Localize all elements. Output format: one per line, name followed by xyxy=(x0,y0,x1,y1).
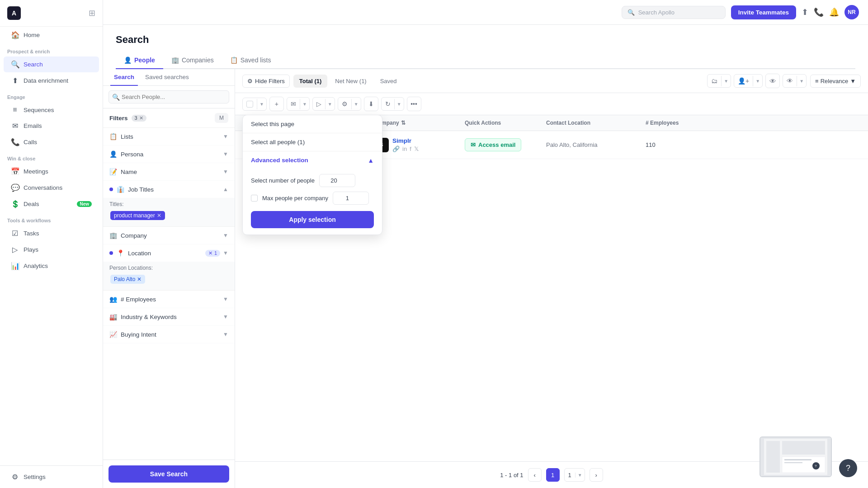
tab-saved-lists[interactable]: 📋 Saved lists xyxy=(222,52,279,69)
user-avatar[interactable]: NR xyxy=(844,5,859,19)
filters-clear-icon[interactable]: ✕ xyxy=(139,115,143,121)
phone-icon[interactable]: 📞 xyxy=(814,7,824,17)
eye-view-icon[interactable]: 👁 xyxy=(783,75,797,87)
deals-icon: 💲 xyxy=(11,200,19,208)
sidebar-item-deals[interactable]: 💲 Deals New xyxy=(4,196,99,212)
win-close-section-label: Win & close xyxy=(0,150,103,163)
filter-tab-search[interactable]: Search xyxy=(110,69,138,86)
linkedin-icon[interactable]: in xyxy=(402,145,407,152)
filter-sort-icon[interactable]: ⚙ xyxy=(338,98,351,110)
refresh-action-button[interactable]: ↻ ▼ xyxy=(381,97,404,111)
page-select-arrow-icon[interactable]: ▼ xyxy=(575,473,585,478)
save-search-button[interactable]: Save Search xyxy=(108,465,229,483)
select-all-people-option[interactable]: Select all people (1) xyxy=(243,133,382,151)
invite-teammates-button[interactable]: Invite Teammates xyxy=(731,5,796,19)
person-add-arrow-icon[interactable]: ▼ xyxy=(753,76,762,86)
filter-search-input[interactable] xyxy=(108,90,229,103)
filter-item-employees[interactable]: 👥 # Employees ▼ xyxy=(103,291,235,308)
filter-sort-arrow-icon[interactable]: ▼ xyxy=(351,99,361,109)
select-checkbox-wrap[interactable]: ▼ xyxy=(242,98,267,111)
eye-button[interactable]: 👁 xyxy=(765,74,780,88)
email-action-button[interactable]: ✉ ▼ xyxy=(287,97,310,111)
sidebar-item-meetings[interactable]: 📅 Meetings xyxy=(4,164,99,179)
filter-item-persona[interactable]: 👤 Persona ▼ xyxy=(103,145,235,163)
advanced-selection-header[interactable]: Advanced selection ▲ xyxy=(243,151,382,169)
filter-tab-saved[interactable]: Saved searches xyxy=(142,69,193,86)
filter-item-lists[interactable]: 📋 Lists ▼ xyxy=(103,128,235,145)
prev-page-button[interactable]: ‹ xyxy=(528,468,542,482)
more-actions-button[interactable]: ••• xyxy=(407,97,421,111)
tab-people[interactable]: 👤 People xyxy=(116,52,163,69)
person-action-button[interactable]: 👤+ ▼ xyxy=(734,74,763,88)
hide-filters-button[interactable]: ⚙ Hide Filters xyxy=(242,75,290,88)
sidebar-item-search[interactable]: 🔍 Search xyxy=(4,56,99,72)
add-to-list-icon[interactable]: 🗂 xyxy=(708,75,721,87)
results-tab-net-new[interactable]: Net New (1) xyxy=(329,75,372,88)
send-arrow-icon[interactable]: ▼ xyxy=(325,99,335,109)
relevance-sort-button[interactable]: ≡ Relevance ▼ xyxy=(810,75,861,88)
sidebar-item-sequences[interactable]: ≡ Sequences xyxy=(4,102,99,117)
select-checkbox-area[interactable] xyxy=(243,98,257,110)
select-checkbox[interactable] xyxy=(246,101,253,108)
email-arrow-icon[interactable]: ▼ xyxy=(300,99,309,109)
sidebar-item-settings[interactable]: ⚙ Settings xyxy=(4,469,99,485)
filter-item-buying-intent[interactable]: 📈 Buying Intent ▼ xyxy=(103,326,235,343)
company-name[interactable]: Simplr xyxy=(392,137,419,144)
product-manager-tag-remove[interactable]: ✕ xyxy=(157,212,161,219)
sidebar-item-home[interactable]: 🏠 Home xyxy=(4,27,99,43)
eye-arrow-icon[interactable]: ▼ xyxy=(797,76,806,86)
send-icon[interactable]: ▷ xyxy=(313,98,325,110)
add-to-list-button[interactable]: 🗂 ▼ xyxy=(707,74,731,88)
filter-reset-button[interactable]: M xyxy=(215,113,228,123)
company-sort-icon[interactable]: ⇅ xyxy=(401,120,406,126)
sidebar-item-plays[interactable]: ▷ Plays xyxy=(4,242,99,258)
filter-list: 📋 Lists ▼ 👤 Persona ▼ xyxy=(103,128,235,460)
facebook-icon[interactable]: f xyxy=(410,145,411,152)
tab-companies[interactable]: 🏢 Companies xyxy=(163,52,222,69)
filter-item-job-titles[interactable]: 👔 Job Titles ▲ xyxy=(103,181,235,198)
palo-alto-tag-remove[interactable]: ✕ xyxy=(137,276,142,282)
upload-icon[interactable]: ⬆ xyxy=(802,7,808,17)
sidebar-toggle-icon[interactable]: ⊞ xyxy=(89,8,95,18)
apply-selection-button[interactable]: Apply selection xyxy=(251,211,374,228)
sidebar-item-conversations[interactable]: 💬 Conversations xyxy=(4,180,99,196)
max-per-company-checkbox[interactable] xyxy=(251,195,258,202)
people-tab-icon: 👤 xyxy=(124,56,132,64)
results-tab-total[interactable]: Total (1) xyxy=(293,75,328,88)
tools-section-label: Tools & workflows xyxy=(0,212,103,225)
twitter-icon[interactable]: 𝕏 xyxy=(414,145,419,152)
sidebar-item-data-enrichment[interactable]: ⬆ Data enrichment xyxy=(4,73,99,89)
results-tab-saved[interactable]: Saved xyxy=(374,75,403,88)
refresh-arrow-icon[interactable]: ▼ xyxy=(394,99,404,109)
preview-thumbnail: ? xyxy=(760,436,832,477)
filter-item-industry[interactable]: 🏭 Industry & Keywords ▼ xyxy=(103,308,235,326)
filter-item-company[interactable]: 🏢 Company ▼ xyxy=(103,227,235,244)
titles-sublabel: Titles: xyxy=(109,201,228,207)
select-dropdown-arrow[interactable]: ▼ xyxy=(257,99,266,109)
select-number-input[interactable] xyxy=(319,174,355,187)
person-add-icon[interactable]: 👤+ xyxy=(734,75,753,87)
help-button[interactable]: ? xyxy=(839,459,857,477)
max-per-company-input[interactable] xyxy=(333,192,369,205)
filter-item-location[interactable]: 📍 Location ✕ 1 ▼ xyxy=(103,244,235,262)
filter-sort-button[interactable]: ⚙ ▼ xyxy=(338,97,361,111)
next-page-button[interactable]: › xyxy=(590,468,603,482)
filter-item-name[interactable]: 📝 Name ▼ xyxy=(103,163,235,181)
add-to-list-arrow-icon[interactable]: ▼ xyxy=(721,76,731,86)
bell-icon[interactable]: 🔔 xyxy=(829,7,839,17)
sidebar-item-emails[interactable]: ✉ Emails xyxy=(4,118,99,134)
current-page-button[interactable]: 1 xyxy=(546,468,560,482)
email-icon[interactable]: ✉ xyxy=(287,98,300,110)
add-action-button[interactable]: + xyxy=(269,97,284,111)
download-action-button[interactable]: ⬇ xyxy=(364,97,378,111)
sidebar-item-analytics[interactable]: 📊 Analytics xyxy=(4,258,99,274)
send-action-button[interactable]: ▷ ▼ xyxy=(312,97,335,111)
sidebar-item-tasks[interactable]: ☑ Tasks xyxy=(4,225,99,241)
sidebar-item-search-label: Search xyxy=(24,61,43,68)
select-this-page-option[interactable]: Select this page xyxy=(243,115,382,133)
link-icon[interactable]: 🔗 xyxy=(392,145,400,152)
search-apollo-bar[interactable]: 🔍 Search Apollo xyxy=(622,6,726,19)
access-email-button[interactable]: ✉ Access email xyxy=(465,138,521,151)
sidebar-item-calls[interactable]: 📞 Calls xyxy=(4,134,99,150)
refresh-icon[interactable]: ↻ xyxy=(382,98,394,110)
